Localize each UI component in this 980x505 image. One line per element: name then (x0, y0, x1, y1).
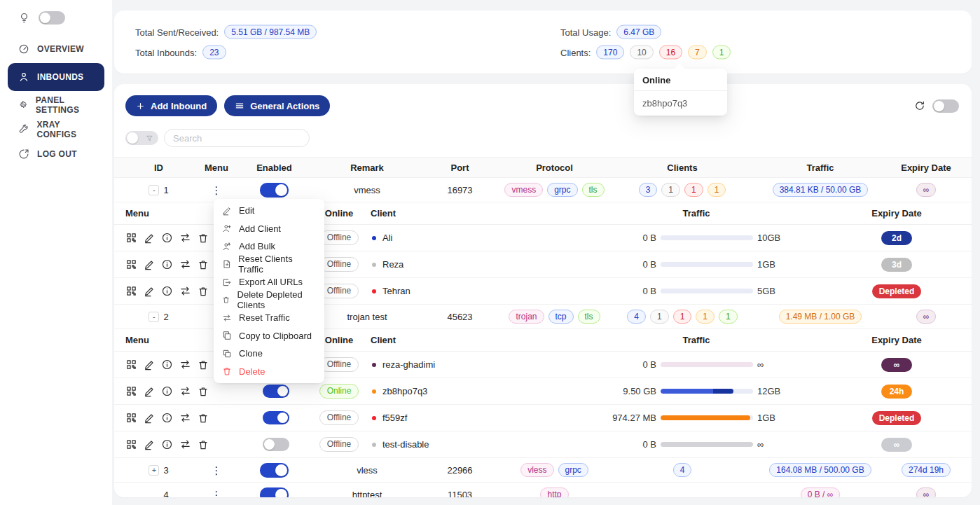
menu-item-reset-traffic[interactable]: Reset Traffic (216, 309, 322, 327)
menu-item-reset-clients-traffic[interactable]: Reset Clients Traffic (216, 256, 322, 274)
sidebar-item-overview[interactable]: OVERVIEW (8, 39, 104, 60)
add-inbound-button[interactable]: Add Inbound (125, 95, 217, 116)
traffic-progress-bar (661, 442, 753, 447)
sidebar-item-inbounds[interactable]: INBOUNDS (8, 63, 104, 91)
reset-traffic-icon[interactable] (179, 412, 191, 424)
client-traffic: 9.50 GB 12GB (560, 386, 833, 396)
qr-code-icon[interactable] (125, 232, 137, 244)
search-input[interactable] (164, 129, 310, 147)
count-expiring[interactable]: 1 (696, 310, 715, 324)
stat-total-usage: Total Usage: 6.47 GB (560, 25, 731, 39)
delete-icon[interactable] (198, 259, 209, 270)
count-total[interactable]: 4 (673, 463, 692, 477)
delete-icon[interactable] (198, 286, 209, 297)
row-menu-button[interactable]: ⋮ (212, 490, 222, 498)
protocol-tag: trojan (509, 310, 544, 324)
enabled-toggle[interactable] (260, 463, 289, 478)
delete-icon[interactable] (198, 439, 209, 450)
reset-traffic-icon[interactable] (179, 385, 191, 397)
menu-item-copy-to-clipboard[interactable]: Copy to Clipboard (216, 327, 322, 345)
collapse-button[interactable]: - (149, 312, 159, 322)
clients-count-expiring[interactable]: 7 (688, 46, 707, 60)
clients-count-depleted[interactable]: 16 (659, 46, 682, 60)
delete-icon[interactable] (198, 233, 209, 244)
reset-traffic-icon[interactable] (179, 285, 191, 297)
info-icon[interactable] (161, 385, 173, 397)
info-icon[interactable] (161, 258, 173, 270)
copy-icon (222, 331, 232, 340)
edit-icon[interactable] (144, 439, 155, 450)
client-expiry-badge: 2d (881, 231, 912, 245)
count-total[interactable]: 3 (639, 183, 658, 197)
info-icon[interactable] (161, 232, 173, 244)
edit-icon[interactable] (144, 286, 155, 297)
expiry-badge: ∞ (916, 487, 937, 497)
count-deactive[interactable]: 1 (650, 310, 669, 324)
client-name: zb8hpo7q3 (382, 386, 427, 396)
expand-button[interactable]: + (149, 465, 159, 476)
enabled-toggle[interactable] (260, 487, 289, 498)
menu-item-edit[interactable]: Edit (216, 202, 322, 220)
col-id: ID (125, 162, 192, 173)
refresh-icon[interactable] (914, 100, 925, 111)
count-deactive[interactable]: 1 (661, 183, 680, 197)
count-depleted[interactable]: 1 (673, 310, 692, 324)
count-online[interactable]: 1 (719, 310, 738, 324)
clients-count-online[interactable]: 1 (712, 46, 731, 60)
clients-count-total[interactable]: 170 (596, 46, 624, 60)
general-actions-button[interactable]: General Actions (224, 95, 330, 116)
inbound-id: 3 (163, 465, 168, 476)
online-status: Offline (319, 357, 359, 372)
qr-code-icon[interactable] (125, 285, 137, 297)
qr-code-icon[interactable] (125, 412, 137, 424)
reset-traffic-icon[interactable] (179, 232, 191, 244)
menu-item-clone[interactable]: Clone (216, 345, 322, 363)
reset-traffic-icon[interactable] (179, 438, 191, 450)
client-enabled-toggle[interactable] (263, 385, 289, 398)
count-expiring[interactable]: 1 (708, 183, 726, 197)
count-total[interactable]: 4 (627, 310, 646, 324)
sidebar-item-xray-configs[interactable]: XRAY CONFIGS (8, 119, 104, 140)
client-count-tags: 4 (616, 463, 749, 477)
clients-count-deactive[interactable]: 10 (630, 46, 653, 60)
row-menu-button[interactable]: ⋮ (212, 185, 222, 195)
sidebar-item-panel-settings[interactable]: PANEL SETTINGS (8, 95, 104, 116)
delete-icon[interactable] (198, 413, 209, 424)
info-icon[interactable] (161, 359, 173, 371)
collapse-button[interactable]: - (149, 185, 159, 195)
qr-code-icon[interactable] (125, 438, 137, 450)
row-menu-button[interactable]: ⋮ (212, 465, 222, 476)
reset-traffic-icon[interactable] (179, 359, 191, 371)
info-icon[interactable] (161, 438, 173, 450)
menu-item-export-all-urls[interactable]: Export All URLs (216, 273, 322, 291)
menu-item-add-bulk[interactable]: Add Bulk (216, 237, 322, 256)
qr-code-icon[interactable] (125, 258, 137, 270)
menu-item-add-client[interactable]: Add Client (216, 220, 322, 238)
client-enabled-toggle[interactable] (263, 411, 289, 424)
reset-traffic-icon[interactable] (179, 258, 191, 270)
info-icon[interactable] (161, 412, 173, 424)
qr-code-icon[interactable] (125, 385, 137, 397)
client-enabled-toggle[interactable] (263, 438, 289, 451)
traffic-progress-bar (661, 262, 753, 267)
filter-toggle[interactable] (125, 131, 158, 145)
inbound-port: 22966 (427, 465, 493, 476)
info-icon[interactable] (161, 285, 173, 297)
enabled-toggle[interactable] (260, 183, 289, 198)
delete-icon[interactable] (198, 386, 209, 397)
sidebar-item-logout[interactable]: LOG OUT (8, 144, 104, 165)
theme-toggle[interactable] (39, 11, 65, 25)
delete-icon[interactable] (198, 359, 209, 371)
auto-refresh-toggle[interactable] (932, 99, 959, 113)
count-depleted[interactable]: 1 (684, 183, 703, 197)
qr-code-icon[interactable] (125, 359, 137, 371)
edit-icon[interactable] (144, 386, 155, 397)
edit-icon[interactable] (144, 359, 155, 371)
edit-icon[interactable] (144, 259, 155, 270)
edit-icon[interactable] (144, 413, 155, 424)
gauge-icon (18, 43, 29, 55)
menu-item-delete-depleted-clients[interactable]: Delete Depleted Clients (216, 291, 322, 310)
menu-item-delete[interactable]: Delete (216, 363, 322, 381)
sidebar-nav: OVERVIEW INBOUNDS PANEL SETTINGS XRAY CO… (0, 33, 112, 170)
edit-icon[interactable] (144, 233, 155, 244)
